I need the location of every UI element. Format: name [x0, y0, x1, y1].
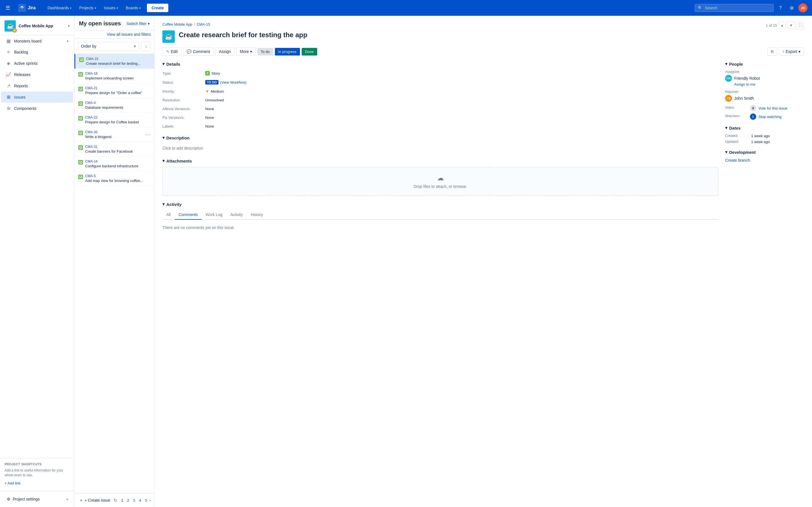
hamburger-menu[interactable]: ☰ [4, 4, 11, 12]
jira-logo[interactable]: Jira [13, 0, 40, 16]
issue-item-cma-33[interactable]: CMA-33 Write a blogpost ⋯ [74, 127, 154, 142]
add-link-button[interactable]: + Add link [4, 480, 70, 487]
page-2[interactable]: 2 [126, 498, 131, 503]
todo-status-button[interactable]: To do [257, 48, 273, 55]
detail-body: ▾ Type: Details Type: S Story Status: [162, 61, 804, 238]
jira-logo-icon [18, 4, 26, 12]
switch-filter-chevron-icon: ▾ [148, 21, 150, 26]
comment-button[interactable]: 💬 Comment [183, 47, 214, 56]
share-button[interactable]: ⎘ [767, 47, 777, 56]
details-section-title[interactable]: ▾ Type: Details [162, 61, 718, 66]
issue-item-cma-4[interactable]: CMA-4 Database requirements [74, 98, 154, 113]
detail-header: Coffee Mobile App / CMA-15 1 of 15 ▲ ▼ [162, 21, 804, 29]
issue-item-cma-5[interactable]: CMA-5 Add map view for browsing coffee..… [74, 171, 154, 186]
issue-more-options[interactable]: ⋯ [145, 131, 150, 138]
view-all-issues-link[interactable]: View all issues and filters [107, 32, 151, 37]
settings-button[interactable]: ⚙ [787, 3, 796, 12]
search-bar[interactable]: 🔍 [695, 4, 774, 12]
more-button[interactable]: More ▾ [236, 47, 256, 56]
sidebar-item-board[interactable]: ▦ Monsters board ▾ [1, 36, 73, 47]
expand-issue-button[interactable]: ⛶ [796, 21, 804, 29]
nav-projects[interactable]: Projects ▾ [77, 4, 99, 12]
project-chevron-icon[interactable]: ▾ [68, 24, 70, 28]
activity-tab-worklog[interactable]: Work Log [202, 210, 226, 220]
inprogress-status-button[interactable]: In progress [275, 48, 300, 55]
type-value: S Story [205, 70, 718, 76]
help-button[interactable]: ? [776, 3, 785, 12]
issue-summary: Write a blogpost [85, 135, 143, 139]
issue-item-cma-21[interactable]: CMA-21 Prepare design for "Order a coffe… [74, 83, 154, 98]
issue-item-cma-15[interactable]: CMA-15 Create research brief for testing… [74, 54, 154, 69]
activity-tab-activity[interactable]: Activity [226, 210, 247, 220]
detail-navigation: 1 of 15 ▲ ▼ ⛶ [766, 21, 804, 29]
activity-section-title[interactable]: ▾ Activity [162, 202, 718, 207]
create-button[interactable]: Create [147, 4, 168, 12]
switch-filter-button[interactable]: Switch filter ▾ [126, 21, 150, 26]
description-chevron-icon: ▾ [162, 135, 165, 140]
issue-summary: Add map view for browsing coffee... [85, 179, 150, 183]
description-placeholder[interactable]: Click to add description [162, 144, 718, 153]
issue-type-story-icon [79, 72, 83, 76]
edit-button[interactable]: ✎ Edit [162, 47, 181, 56]
export-button[interactable]: ↑ Export ▾ [779, 47, 804, 56]
activity-tab-comments[interactable]: Comments [175, 210, 202, 220]
issue-summary: Create research brief for testing... [86, 61, 150, 66]
assign-button[interactable]: Assign [215, 47, 235, 56]
issue-item-cma-18[interactable]: CMA-18 Implement onboarding screen [74, 69, 154, 83]
prev-issue-button[interactable]: ▲ [778, 21, 786, 29]
view-workflow-link[interactable]: (View Workflow) [220, 80, 246, 84]
sort-direction-button[interactable]: ↓ [141, 41, 151, 51]
nav-dashboards[interactable]: Dashboards ▾ [45, 4, 74, 12]
activity-tab-history[interactable]: History [247, 210, 267, 220]
attachments-section-title[interactable]: ▾ Attachments [162, 158, 718, 163]
shortcuts-desc: Add a link to useful information for you… [4, 468, 70, 478]
description-section-title[interactable]: ▾ Description [162, 135, 718, 140]
next-issue-button[interactable]: ▼ [787, 21, 795, 29]
issue-item-cma-14[interactable]: CMA-14 Configure backend infrastructure [74, 157, 154, 171]
page-4[interactable]: 4 [138, 498, 142, 503]
people-section-title[interactable]: ▾ People [725, 61, 804, 66]
main-layout: ☕ ★ Coffee Mobile App ▾ ▦ Monsters board… [0, 16, 812, 507]
refresh-button[interactable]: ↻ [114, 498, 117, 503]
project-settings-button[interactable]: ⚙ Project settings [4, 495, 42, 504]
nav-arrows: ▲ ▼ [778, 21, 795, 29]
vote-link[interactable]: Vote for this issue [758, 106, 788, 110]
order-by-select[interactable]: Order by ▾ [78, 42, 139, 50]
page-3[interactable]: 3 [132, 498, 137, 503]
stop-watching-link[interactable]: Stop watching [758, 115, 781, 119]
issue-item-cma-22[interactable]: CMA-22 Prepare design for Coffee basket [74, 113, 154, 127]
breadcrumb-project-link[interactable]: Coffee Mobile App [162, 22, 192, 26]
assignee-value: FR Friendly Robot [725, 75, 804, 82]
votes-label: Votes: [725, 106, 748, 110]
sidebar-item-reports[interactable]: ↗ Reports [1, 80, 73, 91]
sidebar-item-issues[interactable]: ⊞ Issues [1, 92, 73, 103]
nav-boards[interactable]: Boards ▾ [123, 4, 144, 12]
sidebar-item-releases[interactable]: 📈 Releases [1, 69, 73, 80]
nav-issues[interactable]: Issues ▾ [101, 4, 121, 12]
next-page-button[interactable]: › [150, 498, 151, 503]
dates-section-title[interactable]: ▾ Dates [725, 125, 804, 130]
issue-item-cma-31[interactable]: CMA-31 Create banners for Facebook [74, 142, 154, 157]
assignee-row: Assignee: FR Friendly Robot Assign to me [725, 70, 804, 87]
user-avatar[interactable]: JD [799, 3, 808, 12]
expand-icon: ⛶ [799, 23, 802, 27]
issue-type-story-icon [79, 145, 83, 150]
assign-to-me-link[interactable]: Assign to me [734, 82, 804, 87]
done-status-button[interactable]: Done [302, 48, 317, 55]
issue-summary: Create banners for Facebook [85, 149, 150, 154]
upload-icon: ☁ [170, 174, 711, 182]
activity-tab-all[interactable]: All [162, 210, 175, 220]
create-branch-link[interactable]: Create branch [725, 158, 750, 163]
create-issue-button[interactable]: + + Create issue [78, 496, 112, 504]
votes-count: 0 [750, 105, 756, 111]
search-input[interactable] [705, 6, 770, 10]
breadcrumb-issue-link[interactable]: CMA-15 [197, 22, 210, 26]
development-section-title[interactable]: ▾ Development [725, 150, 804, 155]
page-5[interactable]: 5 [144, 498, 148, 503]
type-label: Type: [162, 70, 202, 76]
sidebar-item-backlog[interactable]: ≡ Backlog [1, 47, 73, 57]
sidebar-item-active-sprints[interactable]: ◈ Active sprints [1, 58, 73, 69]
sidebar-item-components[interactable]: ⊛ Components [1, 103, 73, 114]
collapse-sidebar-button[interactable]: « [65, 496, 70, 503]
attachments-dropzone[interactable]: ☁ Drop files to attach, or browse. [162, 167, 718, 196]
